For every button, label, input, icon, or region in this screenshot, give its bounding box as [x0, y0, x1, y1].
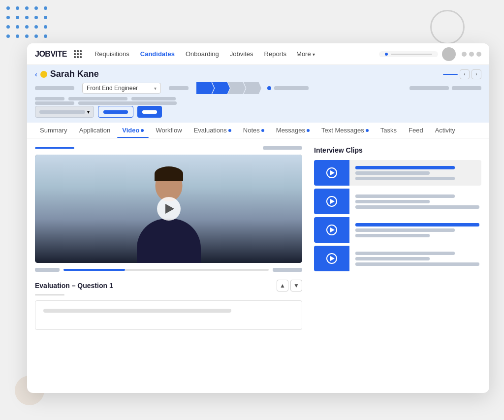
clip-info-1 [353, 160, 481, 186]
job-select-caret [154, 86, 157, 91]
tab-video-dot [141, 129, 144, 132]
candidate-nav-arrows: ‹ › [443, 69, 481, 79]
stage-4[interactable] [244, 82, 261, 94]
clip-thumbnail-3[interactable] [314, 217, 349, 243]
clip-meta-1a [355, 171, 430, 175]
decorative-circle-top [430, 10, 465, 44]
clip-info-2 [353, 189, 481, 214]
tab-tasks[interactable]: Tasks [376, 123, 402, 138]
candidate-name: Sarah Kane [50, 69, 99, 79]
stage-1[interactable] [196, 82, 214, 94]
tab-application[interactable]: Application [74, 123, 116, 138]
status-text [274, 86, 309, 90]
tab-video[interactable]: Video [117, 123, 149, 138]
candidate-header: ‹ Sarah Kane ‹ › Front End Engineer [27, 65, 489, 123]
tab-activity[interactable]: Activity [430, 123, 460, 138]
stage-3[interactable] [228, 82, 246, 94]
user-avatar[interactable] [442, 47, 456, 61]
nav-requisitions[interactable]: Requisitions [90, 48, 134, 60]
video-play-button[interactable] [157, 197, 181, 221]
job-title-label: Front End Engineer [87, 85, 138, 92]
tab-text-messages[interactable]: Text Messages [316, 123, 374, 138]
clip-item-3 [314, 217, 481, 243]
eval-title: Evaluation – Question 1 [35, 282, 113, 290]
back-button[interactable]: ‹ [35, 70, 37, 78]
video-player[interactable] [35, 155, 302, 263]
arrow-line [443, 74, 458, 75]
candidate-status-indicator [40, 71, 47, 78]
prev-candidate-button[interactable]: ‹ [460, 69, 470, 79]
video-time-start [35, 268, 60, 272]
tab-messages[interactable]: Messages [271, 123, 315, 138]
browser-window: JOBVITE Requisitions Candidates Onboardi… [27, 43, 489, 393]
eval-thumbup-button[interactable]: ▲ [277, 280, 288, 291]
meta-placeholder-2 [452, 86, 481, 90]
clip-play-1 [326, 167, 337, 178]
clip-title-1 [355, 166, 455, 169]
stage-pipeline [196, 82, 259, 94]
clip-info-4 [353, 246, 481, 271]
job-title-select[interactable]: Front End Engineer [82, 83, 161, 94]
status-indicator [267, 86, 309, 90]
video-title-bar [35, 146, 302, 150]
action-select-1[interactable] [35, 106, 94, 118]
nav-jobvites[interactable]: Jobvites [225, 48, 258, 60]
grid-icon[interactable] [74, 50, 82, 58]
eval-thumbdown-button[interactable]: ▼ [290, 280, 302, 291]
tab-workflow[interactable]: Workflow [151, 123, 187, 138]
left-panel: Evaluation – Question 1 ▲ ▼ [35, 146, 302, 330]
clip-play-4 [326, 253, 337, 264]
clip-thumbnail-2[interactable] [314, 189, 349, 214]
clip-thumbnail-1[interactable] [314, 160, 349, 186]
video-progress-bar[interactable] [63, 269, 269, 271]
main-content: Evaluation – Question 1 ▲ ▼ Interview Cl… [27, 138, 489, 338]
nav-candidates[interactable]: Candidates [135, 48, 180, 60]
tab-summary[interactable]: Summary [35, 123, 72, 138]
meta-row-4 [35, 101, 74, 105]
tab-messages-dot [307, 129, 310, 132]
right-panel: Interview Clips [314, 146, 481, 330]
action-primary-btn[interactable] [137, 106, 162, 118]
nav-reports[interactable]: Reports [259, 48, 292, 60]
video-controls [35, 268, 302, 272]
navbar: JOBVITE Requisitions Candidates Onboardi… [27, 43, 489, 65]
decorative-dots [5, 5, 49, 39]
window-controls [462, 52, 481, 57]
nav-more[interactable]: More [292, 48, 319, 60]
clip-meta-2b [355, 205, 479, 209]
action-primary-label [142, 110, 157, 114]
tab-notes[interactable]: Notes [238, 123, 269, 138]
video-progress-fill [63, 269, 125, 271]
clip-thumbnail-4[interactable] [314, 246, 349, 271]
clip-meta-3b [355, 234, 430, 237]
logo: JOBVITE [35, 50, 67, 59]
meta-row-2 [68, 97, 127, 100]
stage-2[interactable] [212, 82, 230, 94]
action-outline-btn[interactable] [98, 106, 133, 118]
meta-placeholder-1 [410, 86, 449, 90]
clip-play-2 [326, 196, 337, 207]
info-placeholder-2 [169, 86, 189, 90]
candidate-name-row: ‹ Sarah Kane ‹ › [35, 69, 481, 79]
eval-header: Evaluation – Question 1 ▲ ▼ [35, 280, 302, 291]
eval-underline [35, 294, 64, 295]
tab-feed[interactable]: Feed [404, 123, 428, 138]
video-title-underline [35, 147, 74, 149]
eval-textbox[interactable] [35, 300, 302, 330]
search-bar[interactable] [379, 51, 438, 57]
evaluation-section: Evaluation – Question 1 ▲ ▼ [35, 280, 302, 330]
clip-meta-3a [355, 228, 455, 232]
clip-title-3 [355, 223, 479, 226]
video-title-right [263, 146, 302, 150]
candidate-actions-row [35, 106, 481, 118]
next-candidate-button[interactable]: › [472, 69, 481, 79]
action-select-caret [87, 109, 90, 115]
action-outline-label [103, 110, 128, 114]
nav-onboarding[interactable]: Onboarding [181, 48, 224, 60]
clip-meta-4a [355, 257, 430, 260]
clip-title-4 [355, 252, 455, 255]
clip-meta-4b [355, 262, 479, 266]
meta-row-1 [35, 97, 64, 100]
tab-evaluations[interactable]: Evaluations [189, 123, 236, 138]
clip-info-3 [353, 217, 481, 243]
